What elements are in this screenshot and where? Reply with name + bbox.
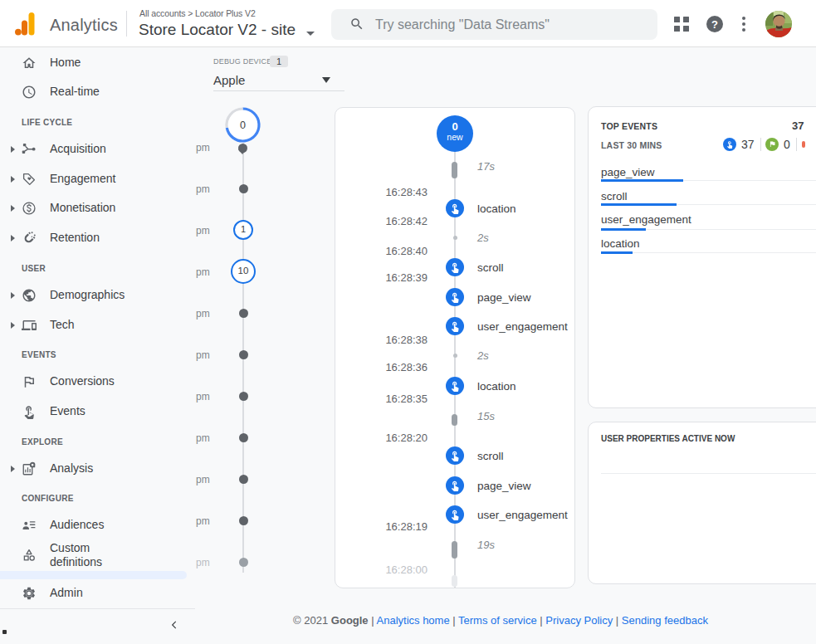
svg-text:0: 0 <box>240 120 246 131</box>
svg-text:?: ? <box>711 18 718 31</box>
